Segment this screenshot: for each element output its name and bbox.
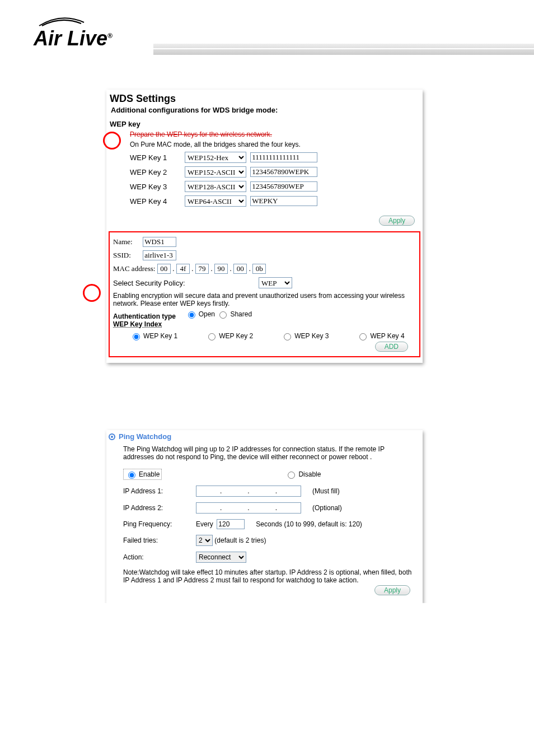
wep-key-index-3-label: WEP Key 3 bbox=[294, 332, 329, 340]
ping-watchdog-panel: Ping Watchdog The Ping Watchdog will pin… bbox=[106, 430, 423, 603]
mac-octet-6[interactable] bbox=[252, 264, 266, 274]
disable-radio[interactable] bbox=[288, 472, 295, 479]
ip-address-1-hint: (Must fill) bbox=[312, 487, 340, 495]
auth-open-label: Open bbox=[199, 310, 215, 318]
wds-settings-subtitle: Additional configurations for WDS bridge… bbox=[111, 106, 420, 114]
mac-sep: . bbox=[249, 264, 251, 273]
wep-key-3-label: WEP Key 3 bbox=[130, 183, 185, 191]
mac-address-label: MAC address: bbox=[113, 264, 155, 273]
mac-sep: . bbox=[191, 264, 194, 273]
wep-key-row-2: WEP Key 2 WEP152-ASCII bbox=[130, 166, 420, 178]
wep-key-index-2-radio[interactable] bbox=[208, 333, 216, 340]
failed-tries-hint: (default is 2 tries) bbox=[214, 536, 266, 544]
wep-key-4-label: WEP Key 4 bbox=[130, 197, 185, 206]
wep-key-1-input[interactable] bbox=[250, 152, 317, 162]
ip-address-2-hint: (Optional) bbox=[312, 504, 342, 512]
wep-key-4-input[interactable] bbox=[250, 196, 317, 206]
ping-frequency-label: Ping Frequency: bbox=[123, 520, 196, 528]
pure-mac-mode-line: On Pure MAC mode, all the bridges shared… bbox=[130, 141, 420, 148]
ip-address-2-label: IP Address 2: bbox=[123, 504, 196, 512]
watchdog-note: Note:Watchdog will take effect 10 minute… bbox=[123, 568, 416, 584]
wep-key-section-label: WEP key bbox=[110, 120, 420, 128]
encryption-note: Enabling encryption will secure data and… bbox=[113, 292, 414, 307]
wep-key-index-4-radio[interactable] bbox=[359, 333, 367, 340]
bullet-icon bbox=[109, 433, 115, 440]
mac-octet-4[interactable] bbox=[214, 264, 228, 274]
wep-key-row-3: WEP Key 3 WEP128-ASCII bbox=[130, 181, 420, 192]
wep-key-row-1: WEP Key 1 WEP152-Hex bbox=[130, 152, 420, 163]
enable-radio[interactable] bbox=[128, 472, 135, 479]
ping-frequency-input[interactable] bbox=[217, 519, 245, 529]
failed-tries-select[interactable]: 2 bbox=[196, 535, 213, 546]
action-label: Action: bbox=[123, 553, 196, 561]
wep-key-index-2-label: WEP Key 2 bbox=[219, 332, 253, 340]
wep-key-1-type-select[interactable]: WEP152-Hex bbox=[185, 152, 246, 163]
enable-label: Enable bbox=[139, 470, 160, 478]
wep-key-1-label: WEP Key 1 bbox=[130, 153, 185, 162]
wep-key-3-type-select[interactable]: WEP128-ASCII bbox=[185, 181, 246, 192]
mac-sep: . bbox=[229, 264, 232, 273]
wds-settings-panel: WDS Settings Additional configurations f… bbox=[106, 90, 423, 363]
mac-octet-5[interactable] bbox=[233, 264, 247, 274]
wep-key-index-4-label: WEP Key 4 bbox=[370, 332, 404, 340]
ssid-label: SSID: bbox=[113, 251, 141, 260]
auth-shared-radio[interactable] bbox=[219, 311, 227, 319]
wep-key-2-label: WEP Key 2 bbox=[130, 168, 185, 176]
mac-sep: . bbox=[172, 264, 175, 273]
authentication-type-label: Authentication type bbox=[113, 312, 176, 320]
wep-key-index-1-radio[interactable] bbox=[133, 333, 140, 340]
ip-address-2-input[interactable]: ... bbox=[196, 502, 301, 514]
auth-open-radio[interactable] bbox=[188, 311, 195, 319]
header-decorative-lines bbox=[153, 44, 534, 57]
every-label: Every bbox=[196, 520, 213, 528]
failed-tries-label: Failed tries: bbox=[123, 536, 196, 544]
ping-watchdog-description: The Ping Watchdog will ping up to 2 IP a… bbox=[123, 445, 416, 461]
ping-watchdog-title-text: Ping Watchdog bbox=[119, 432, 171, 441]
ping-watchdog-title: Ping Watchdog bbox=[109, 432, 420, 441]
apply-button[interactable]: Apply bbox=[379, 216, 415, 226]
ip-address-1-input[interactable]: ... bbox=[196, 486, 301, 497]
wep-key-4-type-select[interactable]: WEP64-ASCII bbox=[185, 195, 246, 207]
name-input[interactable] bbox=[143, 237, 176, 247]
wep-key-row-4: WEP Key 4 WEP64-ASCII bbox=[130, 195, 420, 207]
wep-key-2-input[interactable] bbox=[250, 167, 317, 177]
prepare-wep-keys-line: Prepare the WEP keys for the wireless ne… bbox=[130, 130, 420, 138]
wds-settings-title: WDS Settings bbox=[110, 93, 420, 105]
wep-key-index-3-radio[interactable] bbox=[284, 333, 291, 340]
disable-label: Disable bbox=[298, 470, 321, 478]
wds-form-highlight-box: Name: SSID: MAC address: . . . . . bbox=[109, 231, 420, 357]
wep-key-index-label: WEP Key Index bbox=[113, 320, 162, 328]
mac-octet-3[interactable] bbox=[195, 264, 209, 274]
page-header: Air Live® bbox=[0, 0, 534, 67]
apply-button[interactable]: Apply bbox=[374, 585, 410, 595]
annotation-circle-icon bbox=[83, 284, 101, 302]
ip-address-1-label: IP Address 1: bbox=[123, 487, 196, 495]
logo-text: Air Live bbox=[34, 27, 107, 50]
mac-sep: . bbox=[210, 264, 213, 273]
wep-key-3-input[interactable] bbox=[250, 181, 317, 192]
add-button[interactable]: ADD bbox=[375, 342, 408, 352]
mac-octet-1[interactable] bbox=[157, 264, 171, 274]
ping-frequency-hint: Seconds (10 to 999, default is: 120) bbox=[256, 520, 362, 528]
auth-shared-label: Shared bbox=[230, 310, 252, 318]
wep-key-index-1-label: WEP Key 1 bbox=[143, 332, 177, 340]
wep-key-box: Prepare the WEP keys for the wireless ne… bbox=[130, 130, 420, 207]
wep-key-2-type-select[interactable]: WEP152-ASCII bbox=[185, 166, 246, 178]
security-policy-select[interactable]: WEP bbox=[259, 277, 292, 288]
name-label: Name: bbox=[113, 237, 141, 246]
action-select[interactable]: Reconnect bbox=[196, 552, 246, 563]
security-policy-label: Select Security Policy: bbox=[113, 279, 259, 287]
mac-octet-2[interactable] bbox=[176, 264, 190, 274]
annotation-circle-icon bbox=[103, 132, 121, 150]
ssid-input[interactable] bbox=[143, 250, 176, 260]
